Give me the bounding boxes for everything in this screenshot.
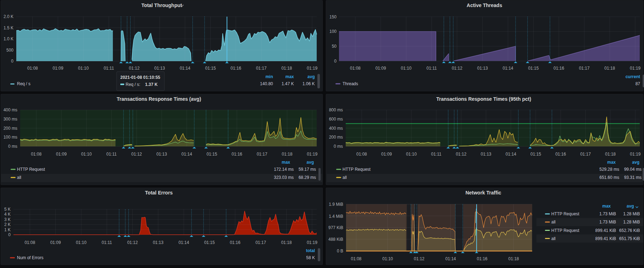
svg-text:Total Errors: Total Errors [145, 190, 173, 196]
svg-text:0 B: 0 B [337, 249, 343, 254]
svg-text:01:16: 01:16 [231, 152, 242, 157]
svg-text:5 K: 5 K [4, 207, 11, 212]
svg-text:3 K: 3 K [4, 217, 11, 222]
svg-text:all: all [551, 220, 556, 225]
svg-text:all: all [343, 175, 347, 180]
svg-text:1.4 MiB: 1.4 MiB [329, 214, 343, 219]
svg-text:01:11: 01:11 [431, 152, 441, 157]
svg-text:avg: avg [307, 74, 315, 79]
svg-text:01:11: 01:11 [104, 66, 114, 71]
svg-text:200 ms: 200 ms [4, 126, 17, 131]
svg-text:323.03 ms: 323.03 ms [274, 175, 294, 180]
svg-text:1 K: 1 K [4, 227, 11, 232]
svg-text:max: max [285, 74, 294, 79]
svg-text:488 KiB: 488 KiB [328, 237, 343, 242]
svg-text:all: all [17, 175, 21, 180]
svg-text:01:18: 01:18 [508, 256, 519, 261]
svg-text:01:08: 01:08 [24, 240, 35, 245]
svg-text:Network Traffic: Network Traffic [465, 190, 501, 196]
svg-text:01:13: 01:13 [156, 152, 167, 157]
svg-text:651.75 KiB: 651.75 KiB [619, 236, 640, 241]
svg-text:100: 100 [329, 29, 337, 34]
svg-text:01:12: 01:12 [129, 66, 139, 71]
svg-text:01:18: 01:18 [281, 66, 292, 71]
svg-text:01:10: 01:10 [382, 256, 393, 261]
svg-text:400 ms: 400 ms [4, 107, 17, 112]
svg-text:2021-01-08 01:10:55: 2021-01-08 01:10:55 [120, 75, 160, 80]
svg-text:min: min [265, 74, 273, 79]
svg-text:200 ms: 200 ms [329, 135, 343, 140]
svg-text:652.76 KiB: 652.76 KiB [619, 228, 640, 233]
svg-text:899.41 KiB: 899.41 KiB [595, 228, 616, 233]
svg-text:01:14: 01:14 [502, 66, 513, 71]
svg-text:01:12: 01:12 [127, 240, 138, 245]
svg-text:avg: avg [627, 204, 634, 209]
svg-text:01:16: 01:16 [553, 66, 564, 71]
svg-text:01:09: 01:09 [50, 240, 61, 245]
svg-text:400 ms: 400 ms [329, 126, 343, 131]
svg-text:01:15: 01:15 [204, 240, 215, 245]
svg-text:Req / s: Req / s [17, 81, 30, 86]
svg-text:01:12: 01:12 [456, 152, 466, 157]
svg-text:01:11: 01:11 [107, 152, 117, 157]
svg-text:01:19: 01:19 [630, 66, 640, 71]
svg-text:58 K: 58 K [306, 255, 315, 260]
svg-text:Threads: Threads [343, 81, 358, 86]
svg-text:600 ms: 600 ms [329, 117, 343, 122]
svg-text:01:19: 01:19 [630, 152, 640, 157]
svg-text:99.04 ms: 99.04 ms [624, 167, 642, 172]
svg-text:1.9 MiB: 1.9 MiB [329, 202, 343, 207]
svg-text:01:15: 01:15 [528, 66, 539, 71]
svg-text:01:17: 01:17 [255, 240, 266, 245]
svg-text:01:08: 01:08 [356, 152, 367, 157]
svg-text:0 ms: 0 ms [8, 144, 17, 149]
svg-text:Req / s:: Req / s: [126, 82, 140, 87]
svg-text:Active Threads: Active Threads [467, 2, 502, 8]
svg-text:01:19: 01:19 [307, 152, 317, 157]
svg-text:01:18: 01:18 [604, 66, 615, 71]
svg-text:977 KiB: 977 KiB [328, 225, 343, 230]
svg-text:800 ms: 800 ms [329, 107, 343, 112]
svg-text:01:16: 01:16 [477, 256, 487, 261]
svg-text:100 ms: 100 ms [4, 135, 17, 140]
svg-text:01:13: 01:13 [153, 240, 163, 245]
svg-text:01:08: 01:08 [31, 152, 41, 157]
svg-text:Transactions Response Times (a: Transactions Response Times (avg) [117, 96, 201, 102]
svg-text:50: 50 [332, 44, 337, 49]
svg-text:01:13: 01:13 [154, 66, 165, 71]
svg-text:93.31 ms: 93.31 ms [624, 175, 642, 180]
svg-text:01:18: 01:18 [605, 152, 616, 157]
svg-text:01:19: 01:19 [307, 66, 317, 71]
svg-text:01:13: 01:13 [481, 152, 491, 157]
svg-text:HTTP Request: HTTP Request [551, 211, 580, 216]
svg-text:01:10: 01:10 [401, 66, 412, 71]
svg-text:01:15: 01:15 [205, 66, 216, 71]
svg-text:172.14 ms: 172.14 ms [274, 167, 294, 172]
svg-text:Num of Errors: Num of Errors [17, 255, 44, 260]
svg-text:1.28 MiB: 1.28 MiB [623, 211, 640, 216]
svg-text:01:10: 01:10 [406, 152, 417, 157]
svg-text:current: current [626, 74, 640, 79]
svg-text:01:08: 01:08 [27, 66, 38, 71]
svg-text:01:09: 01:09 [53, 66, 63, 71]
svg-text:01:16: 01:16 [231, 66, 241, 71]
svg-text:1.47 K: 1.47 K [282, 81, 294, 86]
svg-text:0: 0 [334, 59, 337, 64]
svg-text:01:17: 01:17 [579, 66, 590, 71]
svg-text:01:11: 01:11 [102, 240, 112, 245]
svg-text:01:12: 01:12 [131, 152, 142, 157]
svg-text:0 ms: 0 ms [334, 144, 343, 149]
svg-text:59.17 ms: 59.17 ms [299, 167, 316, 172]
svg-text:01:14: 01:14 [506, 152, 516, 157]
svg-text:max: max [602, 204, 611, 209]
svg-text:1.06 K: 1.06 K [303, 81, 315, 86]
svg-text:avg: avg [632, 160, 639, 165]
svg-text:Total Throughput: Total Throughput [142, 2, 182, 8]
svg-text:01:17: 01:17 [256, 66, 266, 71]
svg-text:1.73 MiB: 1.73 MiB [599, 220, 616, 225]
svg-text:651.60 ms: 651.60 ms [599, 175, 619, 180]
svg-text:0: 0 [8, 232, 11, 237]
svg-text:max: max [282, 160, 290, 165]
svg-text:total: total [306, 248, 315, 253]
svg-text:01:18: 01:18 [282, 152, 292, 157]
